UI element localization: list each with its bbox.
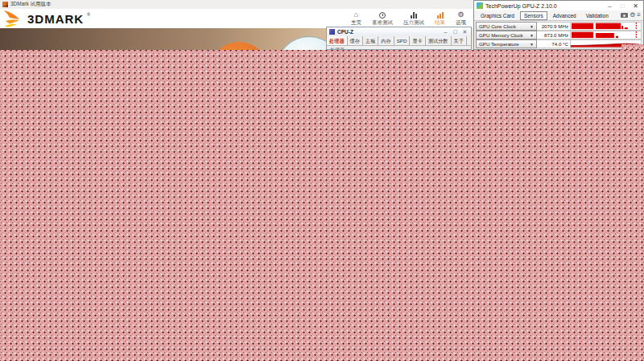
cpuz-tab-cpu[interactable]: 处理器 [327, 36, 348, 45]
3dmark-window-title: 3DMark 试用版本 [10, 1, 52, 8]
close-icon[interactable]: ✕ [630, 2, 641, 10]
menu-icon[interactable]: ≡ [637, 12, 641, 19]
sensor-select-gpu-memory-clock[interactable]: GPU Memory Clock ▼ [476, 31, 537, 39]
3dmark-flame-icon [3, 10, 24, 27]
gpuz-window: TechPowerUp GPU-Z 2.10.0 – □ ✕ Graphics … [473, 0, 644, 50]
3dmark-logo: 3DMARK ® [3, 10, 90, 27]
sensor-name: GPU Temperature [479, 41, 519, 47]
gpuz-tab-advanced[interactable]: Advanced [549, 11, 580, 20]
nav-stress-tests-label: 压力测试 [403, 19, 424, 27]
cpuz-tab-caches[interactable]: 缓存 [348, 36, 363, 45]
sensor-row-gpu-core-clock: GPU Core Clock ▼ 2070.9 MHz [476, 22, 642, 31]
cpuz-window-title: CPU-Z [337, 29, 440, 35]
3dmark-nav: ⌂ 主页 基准测试 压力测试 结果 ⚙ 选项 [351, 11, 466, 27]
nav-options[interactable]: ⚙ 选项 [456, 11, 466, 27]
sensor-name: GPU Memory Clock [479, 32, 523, 38]
cpuz-tabbar: 处理器 缓存 主板 内存 SPD 显卡 测试分数 关于 [327, 36, 471, 46]
gauge-icon [379, 12, 386, 19]
gpuz-app-icon [477, 2, 483, 9]
cpuz-tab-spd[interactable]: SPD [394, 36, 411, 45]
gpuz-tab-graphics-card[interactable]: Graphics Card [477, 11, 518, 20]
minimize-icon[interactable]: – [605, 2, 615, 10]
gpuz-titlebar: TechPowerUp GPU-Z 2.10.0 – □ ✕ [474, 1, 643, 10]
maximize-icon[interactable]: □ [617, 2, 628, 10]
gpuz-window-title: TechPowerUp GPU-Z 2.10.0 [485, 3, 602, 9]
gear-icon: ⚙ [457, 11, 464, 19]
cpuz-tab-about[interactable]: 关于 [452, 36, 467, 45]
nav-stress-tests[interactable]: 压力测试 [403, 11, 424, 27]
sensor-graph-gpu-core-clock [571, 22, 642, 31]
close-icon[interactable]: ✕ [461, 29, 469, 35]
chevron-down-icon: ▼ [530, 42, 534, 47]
3dmark-titlebar: 3DMark 试用版本 [0, 0, 473, 9]
podium-icon [411, 11, 417, 19]
nav-home[interactable]: ⌂ 主页 [351, 11, 361, 27]
gpuz-tab-validation[interactable]: Validation [582, 11, 613, 20]
sensor-value: 2070.9 MHz [537, 22, 571, 31]
nav-results[interactable]: 结果 [435, 11, 445, 27]
nav-results-label: 结果 [435, 19, 445, 27]
cpuz-app-icon [329, 29, 335, 35]
sensor-row-gpu-memory-clock: GPU Memory Clock ▼ 873.0 MHz [476, 31, 642, 39]
sensor-name: GPU Core Clock [479, 23, 516, 29]
nav-benchmarks[interactable]: 基准测试 [372, 12, 393, 27]
sparkline [571, 31, 641, 39]
chevron-down-icon: ▼ [530, 24, 534, 29]
home-icon: ⌂ [354, 11, 358, 19]
sensor-value: 74.0 °C [537, 39, 571, 48]
artifact-pattern-patch [621, 44, 644, 50]
cpuz-section-label: 处理器 [327, 46, 471, 50]
maximize-icon[interactable]: □ [452, 29, 459, 35]
cpuz-tab-mainboard[interactable]: 主板 [363, 36, 378, 45]
cpuz-tab-memory[interactable]: 内存 [378, 36, 394, 45]
3dmark-header: 3DMARK ® ⌂ 主页 基准测试 压力测试 结果 [0, 9, 473, 28]
registered-mark: ® [87, 12, 90, 17]
benchmark-thumbnail-orange[interactable] [209, 42, 269, 50]
gpuz-tabbar: Graphics Card Sensors Advanced Validatio… [474, 10, 643, 21]
sensor-value: 873.0 MHz [537, 31, 571, 39]
screenshot-camera-icon[interactable] [621, 13, 628, 18]
sensor-select-gpu-core-clock[interactable]: GPU Core Clock ▼ [476, 22, 537, 31]
nav-benchmarks-label: 基准测试 [372, 19, 393, 27]
cpuz-tab-graphics[interactable]: 显卡 [410, 36, 425, 45]
chevron-down-icon: ▼ [530, 33, 534, 38]
sparkline [571, 23, 641, 30]
sensor-graph-gpu-memory-clock [571, 31, 642, 39]
3dmark-app-icon [2, 2, 8, 7]
cpuz-window: CPU-Z – □ ✕ 处理器 缓存 主板 内存 SPD 显卡 测试分数 关于 … [326, 27, 472, 50]
desktop-background: 3DMark 试用版本 3DMARK ® ⌂ 主页 基准测试 [0, 0, 644, 361]
gear-icon[interactable]: ⚙ [630, 12, 635, 19]
sensor-row-gpu-temperature: GPU Temperature ▼ 74.0 °C [476, 39, 642, 48]
nav-home-label: 主页 [351, 19, 361, 27]
nav-options-label: 选项 [456, 19, 466, 27]
3dmark-logotype: 3DMARK [27, 12, 84, 26]
cpuz-tab-bench[interactable]: 测试分数 [426, 36, 452, 45]
gpuz-tab-sensors[interactable]: Sensors [520, 11, 547, 20]
gpuz-sensor-list: GPU Core Clock ▼ 2070.9 MHz GPU Me [474, 21, 643, 49]
minimize-icon[interactable]: – [442, 29, 449, 35]
results-chart-icon [437, 11, 444, 19]
sensor-select-gpu-temperature[interactable]: GPU Temperature ▼ [476, 39, 537, 48]
cpuz-titlebar: CPU-Z – □ ✕ [327, 27, 471, 36]
